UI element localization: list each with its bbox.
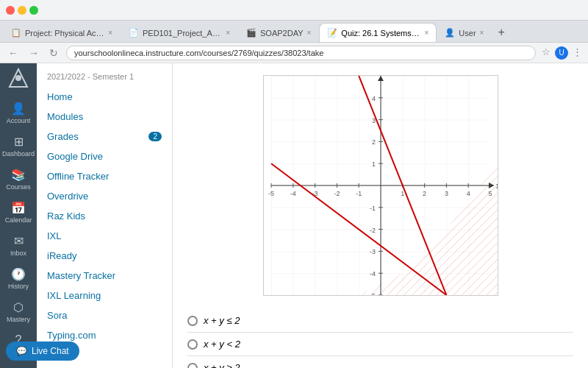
nav-item-mastery-tracker[interactable]: Mastery Tracker: [37, 266, 172, 286]
x-axis-label: x: [495, 181, 498, 190]
svg-text:-4: -4: [290, 190, 295, 197]
nav-item-ixl-learning[interactable]: IXL Learning: [37, 286, 172, 305]
app-body: 👤Account⊞Dashboard📚Courses📅Calendar✉Inbo…: [0, 63, 588, 368]
svg-text:-3: -3: [370, 248, 376, 255]
answer-option-c[interactable]: x + y ≥ 2: [187, 358, 573, 368]
sidebar-icon-2: 📚: [11, 168, 26, 182]
nav-item-icivics[interactable]: iCivics: [37, 365, 172, 368]
svg-text:2: 2: [372, 138, 376, 146]
browser-tab-1[interactable]: 📄PED101_Project_ActivityLog...×: [121, 23, 238, 42]
minimize-button[interactable]: [18, 6, 26, 15]
nav-item-sora[interactable]: Sora: [37, 305, 172, 325]
new-tab-button[interactable]: +: [492, 23, 510, 42]
sidebar-icon-1: ⊞: [14, 135, 24, 149]
tab-close-4[interactable]: ×: [480, 29, 484, 37]
choice-divider-1: [187, 355, 573, 356]
tab-favicon-0: 📋: [11, 28, 21, 38]
tab-favicon-2: 🎬: [246, 28, 257, 38]
nav-label-5: Overdrive: [47, 191, 88, 202]
svg-text:3: 3: [444, 190, 448, 197]
forward-button[interactable]: →: [26, 47, 41, 59]
tab-favicon-1: 📄: [129, 28, 139, 38]
nav-item-modules[interactable]: Modules: [37, 107, 172, 127]
nav-label-3: Google Drive: [47, 151, 103, 162]
nav-label-8: iReady: [47, 250, 76, 261]
graph-container: x -5 -4 -3 -2 -1 1 2: [187, 75, 573, 296]
svg-text:4: 4: [372, 95, 376, 102]
svg-text:4: 4: [466, 190, 470, 197]
radio-b[interactable]: [187, 339, 198, 350]
back-button[interactable]: ←: [6, 47, 21, 59]
nav-label-1: Modules: [47, 111, 83, 122]
nav-item-raz-kids[interactable]: Raz Kids: [37, 206, 172, 226]
coordinate-graph: x -5 -4 -3 -2 -1 1 2: [263, 75, 498, 296]
sidebar-label-1: Dashboard: [2, 150, 35, 158]
window-controls: [6, 6, 38, 15]
nav-item-ixl[interactable]: IXL: [37, 226, 172, 246]
tab-favicon-4: 👤: [445, 28, 455, 38]
answer-option-a[interactable]: x + y ≤ 2: [187, 311, 573, 330]
answer-option-b[interactable]: x + y < 2: [187, 334, 573, 354]
tab-label-3: Quiz: 26.1 Systems of Equati...: [341, 29, 420, 38]
tab-close-3[interactable]: ×: [425, 29, 429, 37]
svg-text:-5: -5: [268, 190, 274, 197]
sidebar-label-6: Mastery: [7, 316, 30, 323]
bookmark-icon[interactable]: ☆: [542, 46, 551, 60]
sidebar-item-account[interactable]: 👤Account: [2, 97, 35, 129]
sidebar-item-mastery[interactable]: ⬡Mastery: [2, 296, 35, 328]
maximize-button[interactable]: [29, 6, 38, 15]
radio-a[interactable]: [187, 316, 198, 326]
sidebar-icon-3: 📅: [11, 201, 26, 215]
nav-label-2: Grades: [47, 131, 79, 142]
address-input[interactable]: [66, 46, 536, 60]
sidebar-icon-0: 👤: [11, 102, 26, 116]
sidebar-item-history[interactable]: 🕐History: [2, 263, 35, 294]
nav-item-google-drive[interactable]: Google Drive: [37, 146, 172, 166]
nav-item-iready[interactable]: iReady: [37, 246, 172, 266]
address-bar: ← → ↻ ☆ U ⋮: [0, 43, 588, 63]
browser-tab-2[interactable]: 🎬SOAP2DAY×: [238, 23, 319, 42]
answer-text-a: x + y ≤ 2: [204, 315, 240, 326]
browser-tab-3[interactable]: 📝Quiz: 26.1 Systems of Equati...×: [319, 23, 437, 42]
sidebar-item-calendar[interactable]: 📅Calendar: [2, 197, 35, 228]
nav-item-home[interactable]: Home: [37, 87, 172, 107]
canvas-logo: [5, 66, 32, 93]
tab-close-0[interactable]: ×: [108, 29, 112, 37]
nav-item-overdrive[interactable]: Overdrive: [37, 186, 172, 206]
sidebar-icon-5: 🕐: [11, 267, 26, 281]
tab-label-1: PED101_Project_ActivityLog...: [143, 29, 222, 38]
sidebar-item-inbox[interactable]: ✉Inbox: [2, 230, 35, 261]
live-chat-button[interactable]: 💬 Live Chat: [6, 342, 79, 361]
svg-text:1: 1: [401, 190, 404, 197]
menu-icon[interactable]: ⋮: [573, 46, 582, 60]
tab-label-4: User: [459, 29, 476, 38]
user-icon[interactable]: U: [555, 46, 568, 60]
refresh-button[interactable]: ↻: [47, 47, 60, 59]
nav-label-0: Home: [47, 91, 73, 102]
close-button[interactable]: [6, 6, 15, 15]
svg-text:-1: -1: [356, 190, 362, 197]
lms-sidebar: 👤Account⊞Dashboard📚Courses📅Calendar✉Inbo…: [0, 63, 37, 368]
nav-label-9: Mastery Tracker: [47, 270, 115, 281]
sidebar-label-0: Account: [7, 117, 31, 124]
browser-tab-0[interactable]: 📋Project: Physical Activity Log×: [3, 23, 121, 42]
answer-text-b: x + y < 2: [204, 339, 240, 350]
tab-close-2[interactable]: ×: [307, 29, 312, 37]
nav-item-offline-tracker[interactable]: Offline Tracker: [37, 166, 172, 186]
radio-c[interactable]: [187, 363, 198, 369]
svg-text:1: 1: [372, 160, 376, 168]
nav-label-4: Offline Tracker: [47, 171, 109, 182]
choice-divider-0: [187, 332, 573, 333]
svg-text:-1: -1: [370, 205, 376, 212]
nav-item-grades[interactable]: Grades2: [37, 127, 172, 146]
sidebar-item-dashboard[interactable]: ⊞Dashboard: [2, 130, 35, 162]
sidebar-icon-4: ✉: [14, 234, 24, 248]
sidebar-item-courses[interactable]: 📚Courses: [2, 163, 35, 195]
tab-favicon-3: 📝: [327, 28, 337, 38]
nav-label-12: Typing.com: [47, 330, 96, 341]
chat-icon: 💬: [16, 346, 27, 356]
tab-close-1[interactable]: ×: [226, 29, 230, 37]
browser-tab-4[interactable]: 👤User×: [437, 23, 492, 42]
svg-text:-2: -2: [334, 190, 340, 197]
sidebar-label-5: History: [8, 283, 29, 290]
